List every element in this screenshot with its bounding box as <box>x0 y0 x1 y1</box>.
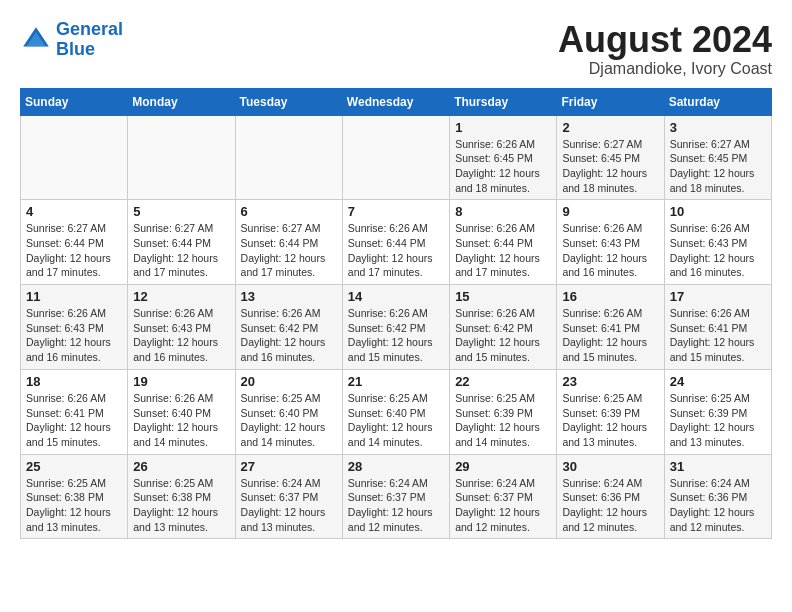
day-number: 2 <box>562 120 658 135</box>
day-number: 22 <box>455 374 551 389</box>
day-info: Sunrise: 6:26 AMSunset: 6:44 PMDaylight:… <box>348 221 444 280</box>
day-number: 7 <box>348 204 444 219</box>
day-info: Sunrise: 6:26 AMSunset: 6:43 PMDaylight:… <box>562 221 658 280</box>
day-info: Sunrise: 6:26 AMSunset: 6:42 PMDaylight:… <box>241 306 337 365</box>
day-number: 15 <box>455 289 551 304</box>
day-info: Sunrise: 6:26 AMSunset: 6:42 PMDaylight:… <box>455 306 551 365</box>
day-info: Sunrise: 6:27 AMSunset: 6:44 PMDaylight:… <box>26 221 122 280</box>
calendar-cell: 22Sunrise: 6:25 AMSunset: 6:39 PMDayligh… <box>450 369 557 454</box>
day-number: 30 <box>562 459 658 474</box>
page-header: General Blue August 2024 Djamandioke, Iv… <box>20 20 772 78</box>
day-number: 25 <box>26 459 122 474</box>
day-number: 16 <box>562 289 658 304</box>
calendar-cell: 10Sunrise: 6:26 AMSunset: 6:43 PMDayligh… <box>664 200 771 285</box>
weekday-header-row: SundayMondayTuesdayWednesdayThursdayFrid… <box>21 88 772 115</box>
calendar-cell: 24Sunrise: 6:25 AMSunset: 6:39 PMDayligh… <box>664 369 771 454</box>
calendar-cell: 27Sunrise: 6:24 AMSunset: 6:37 PMDayligh… <box>235 454 342 539</box>
week-row-3: 11Sunrise: 6:26 AMSunset: 6:43 PMDayligh… <box>21 285 772 370</box>
day-number: 24 <box>670 374 766 389</box>
day-info: Sunrise: 6:26 AMSunset: 6:41 PMDaylight:… <box>562 306 658 365</box>
calendar-cell: 23Sunrise: 6:25 AMSunset: 6:39 PMDayligh… <box>557 369 664 454</box>
calendar-cell: 31Sunrise: 6:24 AMSunset: 6:36 PMDayligh… <box>664 454 771 539</box>
day-info: Sunrise: 6:26 AMSunset: 6:43 PMDaylight:… <box>133 306 229 365</box>
day-info: Sunrise: 6:26 AMSunset: 6:43 PMDaylight:… <box>670 221 766 280</box>
day-number: 3 <box>670 120 766 135</box>
calendar-cell: 28Sunrise: 6:24 AMSunset: 6:37 PMDayligh… <box>342 454 449 539</box>
day-info: Sunrise: 6:24 AMSunset: 6:37 PMDaylight:… <box>348 476 444 535</box>
calendar-cell: 30Sunrise: 6:24 AMSunset: 6:36 PMDayligh… <box>557 454 664 539</box>
day-info: Sunrise: 6:26 AMSunset: 6:40 PMDaylight:… <box>133 391 229 450</box>
day-number: 12 <box>133 289 229 304</box>
calendar-cell: 7Sunrise: 6:26 AMSunset: 6:44 PMDaylight… <box>342 200 449 285</box>
logo-icon <box>20 24 52 56</box>
day-info: Sunrise: 6:24 AMSunset: 6:36 PMDaylight:… <box>562 476 658 535</box>
calendar-cell: 19Sunrise: 6:26 AMSunset: 6:40 PMDayligh… <box>128 369 235 454</box>
calendar-cell: 17Sunrise: 6:26 AMSunset: 6:41 PMDayligh… <box>664 285 771 370</box>
day-info: Sunrise: 6:25 AMSunset: 6:38 PMDaylight:… <box>133 476 229 535</box>
calendar-cell: 18Sunrise: 6:26 AMSunset: 6:41 PMDayligh… <box>21 369 128 454</box>
calendar-cell: 25Sunrise: 6:25 AMSunset: 6:38 PMDayligh… <box>21 454 128 539</box>
calendar-cell <box>21 115 128 200</box>
day-info: Sunrise: 6:25 AMSunset: 6:40 PMDaylight:… <box>241 391 337 450</box>
day-number: 19 <box>133 374 229 389</box>
calendar-cell: 29Sunrise: 6:24 AMSunset: 6:37 PMDayligh… <box>450 454 557 539</box>
day-info: Sunrise: 6:27 AMSunset: 6:44 PMDaylight:… <box>241 221 337 280</box>
weekday-header-friday: Friday <box>557 88 664 115</box>
calendar-table: SundayMondayTuesdayWednesdayThursdayFrid… <box>20 88 772 540</box>
logo: General Blue <box>20 20 123 60</box>
calendar-subtitle: Djamandioke, Ivory Coast <box>558 60 772 78</box>
calendar-cell: 1Sunrise: 6:26 AMSunset: 6:45 PMDaylight… <box>450 115 557 200</box>
week-row-5: 25Sunrise: 6:25 AMSunset: 6:38 PMDayligh… <box>21 454 772 539</box>
day-number: 4 <box>26 204 122 219</box>
calendar-cell: 12Sunrise: 6:26 AMSunset: 6:43 PMDayligh… <box>128 285 235 370</box>
weekday-header-wednesday: Wednesday <box>342 88 449 115</box>
day-number: 13 <box>241 289 337 304</box>
calendar-cell: 4Sunrise: 6:27 AMSunset: 6:44 PMDaylight… <box>21 200 128 285</box>
calendar-cell: 14Sunrise: 6:26 AMSunset: 6:42 PMDayligh… <box>342 285 449 370</box>
calendar-title: August 2024 <box>558 20 772 60</box>
day-info: Sunrise: 6:25 AMSunset: 6:40 PMDaylight:… <box>348 391 444 450</box>
day-info: Sunrise: 6:27 AMSunset: 6:45 PMDaylight:… <box>670 137 766 196</box>
day-number: 8 <box>455 204 551 219</box>
calendar-cell: 6Sunrise: 6:27 AMSunset: 6:44 PMDaylight… <box>235 200 342 285</box>
day-number: 10 <box>670 204 766 219</box>
weekday-header-thursday: Thursday <box>450 88 557 115</box>
day-info: Sunrise: 6:26 AMSunset: 6:45 PMDaylight:… <box>455 137 551 196</box>
day-info: Sunrise: 6:26 AMSunset: 6:41 PMDaylight:… <box>26 391 122 450</box>
week-row-4: 18Sunrise: 6:26 AMSunset: 6:41 PMDayligh… <box>21 369 772 454</box>
day-info: Sunrise: 6:26 AMSunset: 6:44 PMDaylight:… <box>455 221 551 280</box>
calendar-cell: 26Sunrise: 6:25 AMSunset: 6:38 PMDayligh… <box>128 454 235 539</box>
day-number: 1 <box>455 120 551 135</box>
calendar-cell: 21Sunrise: 6:25 AMSunset: 6:40 PMDayligh… <box>342 369 449 454</box>
day-info: Sunrise: 6:27 AMSunset: 6:45 PMDaylight:… <box>562 137 658 196</box>
day-info: Sunrise: 6:26 AMSunset: 6:42 PMDaylight:… <box>348 306 444 365</box>
day-number: 23 <box>562 374 658 389</box>
day-number: 21 <box>348 374 444 389</box>
day-number: 26 <box>133 459 229 474</box>
calendar-cell <box>342 115 449 200</box>
logo-text: General Blue <box>56 20 123 60</box>
day-info: Sunrise: 6:24 AMSunset: 6:37 PMDaylight:… <box>241 476 337 535</box>
day-info: Sunrise: 6:26 AMSunset: 6:41 PMDaylight:… <box>670 306 766 365</box>
calendar-cell: 15Sunrise: 6:26 AMSunset: 6:42 PMDayligh… <box>450 285 557 370</box>
week-row-2: 4Sunrise: 6:27 AMSunset: 6:44 PMDaylight… <box>21 200 772 285</box>
day-number: 20 <box>241 374 337 389</box>
day-info: Sunrise: 6:24 AMSunset: 6:36 PMDaylight:… <box>670 476 766 535</box>
day-number: 6 <box>241 204 337 219</box>
calendar-cell: 13Sunrise: 6:26 AMSunset: 6:42 PMDayligh… <box>235 285 342 370</box>
day-info: Sunrise: 6:24 AMSunset: 6:37 PMDaylight:… <box>455 476 551 535</box>
calendar-cell: 20Sunrise: 6:25 AMSunset: 6:40 PMDayligh… <box>235 369 342 454</box>
day-info: Sunrise: 6:25 AMSunset: 6:39 PMDaylight:… <box>455 391 551 450</box>
title-block: August 2024 Djamandioke, Ivory Coast <box>558 20 772 78</box>
calendar-cell: 3Sunrise: 6:27 AMSunset: 6:45 PMDaylight… <box>664 115 771 200</box>
day-number: 29 <box>455 459 551 474</box>
day-info: Sunrise: 6:27 AMSunset: 6:44 PMDaylight:… <box>133 221 229 280</box>
calendar-cell <box>128 115 235 200</box>
day-number: 9 <box>562 204 658 219</box>
day-number: 14 <box>348 289 444 304</box>
calendar-cell: 16Sunrise: 6:26 AMSunset: 6:41 PMDayligh… <box>557 285 664 370</box>
day-number: 11 <box>26 289 122 304</box>
weekday-header-monday: Monday <box>128 88 235 115</box>
day-info: Sunrise: 6:26 AMSunset: 6:43 PMDaylight:… <box>26 306 122 365</box>
day-info: Sunrise: 6:25 AMSunset: 6:39 PMDaylight:… <box>670 391 766 450</box>
